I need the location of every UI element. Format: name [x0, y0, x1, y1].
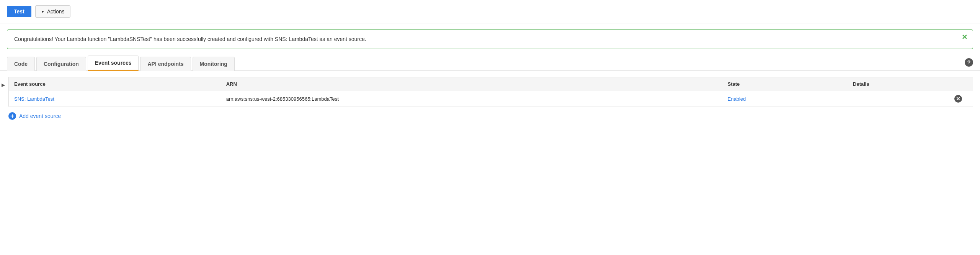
- col-header-arn: ARN: [221, 77, 722, 91]
- add-icon: +: [8, 112, 16, 120]
- banner-close-button[interactable]: ✕: [962, 34, 967, 41]
- help-icon[interactable]: ?: [965, 58, 973, 67]
- actions-button[interactable]: ▼ Actions: [35, 5, 70, 18]
- success-banner: Congratulations! Your Lambda function "L…: [7, 29, 973, 49]
- caret-icon: ▼: [41, 10, 45, 14]
- cell-event-source: SNS: LambdaTest: [9, 91, 221, 107]
- table-row: SNS: LambdaTest arn:aws:sns:us-west-2:68…: [9, 91, 973, 107]
- table-body: SNS: LambdaTest arn:aws:sns:us-west-2:68…: [9, 91, 973, 107]
- tab-configuration[interactable]: Configuration: [36, 57, 86, 71]
- tab-monitoring[interactable]: Monitoring: [193, 57, 235, 71]
- col-header-state: State: [722, 77, 848, 91]
- table-area: Event source ARN State Details SNS: Lamb…: [8, 71, 980, 131]
- tabs-bar: Code Configuration Event sources API end…: [0, 55, 980, 71]
- event-sources-table: Event source ARN State Details SNS: Lamb…: [8, 77, 973, 107]
- banner-message: Congratulations! Your Lambda function "L…: [14, 36, 366, 42]
- cell-details: [848, 91, 944, 107]
- cell-remove: ✕: [944, 91, 973, 107]
- col-header-event-source: Event source: [9, 77, 221, 91]
- actions-label: Actions: [47, 8, 65, 15]
- tab-api-endpoints[interactable]: API endpoints: [140, 57, 191, 71]
- main-content: ▶ Event source ARN State Details SNS: La…: [0, 71, 980, 131]
- add-event-source-label: Add event source: [19, 113, 61, 119]
- toolbar: Test ▼ Actions: [0, 0, 980, 23]
- cell-state: Enabled: [722, 91, 848, 107]
- event-source-link[interactable]: SNS: LambdaTest: [14, 96, 54, 102]
- tab-event-sources[interactable]: Event sources: [88, 56, 139, 71]
- tab-code[interactable]: Code: [7, 57, 35, 71]
- test-button[interactable]: Test: [7, 6, 31, 17]
- remove-event-source-button[interactable]: ✕: [954, 95, 962, 103]
- cell-arn: arn:aws:sns:us-west-2:685330956565:Lambd…: [221, 91, 722, 107]
- table-header: Event source ARN State Details: [9, 77, 973, 91]
- state-link[interactable]: Enabled: [728, 96, 746, 102]
- col-header-actions: [944, 77, 973, 91]
- col-header-details: Details: [848, 77, 944, 91]
- add-event-source-button[interactable]: + Add event source: [8, 107, 973, 125]
- side-collapse-arrow[interactable]: ▶: [0, 71, 8, 131]
